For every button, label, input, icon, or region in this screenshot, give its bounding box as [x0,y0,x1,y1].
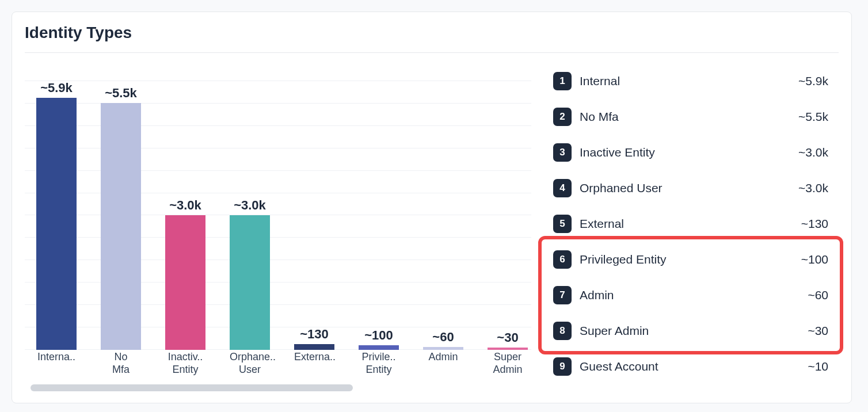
list-item-value: ~5.9k [798,74,828,88]
rank-badge: 6 [553,250,572,269]
x-label: Orphane.. User [230,351,270,376]
list-item-value: ~60 [808,288,828,302]
rank-badge: 7 [553,286,572,304]
list-item-no-mfa[interactable]: 2No Mfa~5.5k [543,99,839,135]
chart-area: ~5.9k~5.5k~3.0k~3.0k~130~100~60~30 Inter… [25,63,531,391]
bar-value-label: ~5.9k [40,81,73,96]
bar-value-label: ~3.0k [234,198,266,213]
bar-value-label: ~100 [364,328,393,343]
bar-chart: ~5.9k~5.5k~3.0k~3.0k~130~100~60~30 [25,63,531,350]
list-item-label: Guest Account [580,360,800,373]
x-label: Super Admin [488,351,528,376]
list-item-privileged-entity[interactable]: 6Privileged Entity~100 [543,242,839,277]
list-item-label: Admin [580,288,800,302]
identity-list-scroll[interactable]: 1Internal~5.9k2No Mfa~5.5k3Inactive Enti… [543,63,839,391]
rank-badge: 1 [553,72,572,90]
bar-value-label: ~5.5k [105,86,137,101]
bar-inactive-entity[interactable]: ~3.0k [165,81,205,350]
bar-value-label: ~130 [300,327,329,342]
x-label: Externa.. [294,351,334,376]
bar-no-mfa[interactable]: ~5.5k [101,81,141,350]
bar-internal[interactable]: ~5.9k [36,81,77,350]
x-label: Privile.. Entity [359,351,399,376]
list-item-guest-account[interactable]: 9Guest Account~10 [543,349,839,384]
list-item-internal[interactable]: 1Internal~5.9k [543,63,839,99]
list-item-label: Inactive Entity [580,146,790,159]
x-label: Inactiv.. Entity [165,351,205,376]
bar-rect [294,344,334,350]
list-item-label: Internal [580,74,790,88]
list-item-value: ~5.5k [798,110,828,124]
list-item-inactive-entity[interactable]: 3Inactive Entity~3.0k [543,135,839,170]
rank-badge: 8 [553,322,572,340]
identity-types-card: Identity Types ~5.9k~5.5k~3.0k~3.0k~130~… [12,12,852,403]
bar-value-label: ~3.0k [169,198,201,213]
rank-badge: 9 [553,357,572,376]
bars-container: ~5.9k~5.5k~3.0k~3.0k~130~100~60~30 [36,81,531,350]
list-item-value: ~30 [808,324,828,338]
rank-badge: 4 [553,179,572,197]
x-axis-labels: Interna..No MfaInactiv.. EntityOrphane..… [36,351,531,376]
bar-rect [165,215,205,350]
list-item-value: ~100 [801,253,828,266]
list-item-label: Orphaned User [580,181,790,195]
bar-rect [359,345,399,350]
bar-value-label: ~30 [497,330,518,345]
rank-badge: 5 [553,215,572,233]
x-label: Admin [423,351,463,376]
bar-privileged-entity[interactable]: ~100 [359,81,399,350]
list-item-external[interactable]: 5External~130 [543,206,839,242]
bar-orphaned-user[interactable]: ~3.0k [230,81,270,350]
bar-admin[interactable]: ~60 [423,81,463,350]
list-item-label: External [580,217,793,231]
list-item-label: No Mfa [580,110,790,124]
bar-rect [230,215,270,350]
rank-badge: 2 [553,108,572,126]
list-item-value: ~130 [801,217,828,231]
bar-rect [488,348,528,350]
bar-super-admin[interactable]: ~30 [488,81,528,350]
bar-external[interactable]: ~130 [294,81,334,350]
card-title: Identity Types [25,24,839,53]
content-row: ~5.9k~5.5k~3.0k~3.0k~130~100~60~30 Inter… [25,63,839,391]
list-item-value: ~3.0k [798,146,828,159]
list-item-value: ~3.0k [798,181,828,195]
bar-rect [101,103,141,350]
identity-list-panel: 1Internal~5.9k2No Mfa~5.5k3Inactive Enti… [543,63,839,391]
list-item-orphaned-user[interactable]: 4Orphaned User~3.0k [543,170,839,206]
list-item-admin[interactable]: 7Admin~60 [543,277,839,313]
rank-badge: 3 [553,143,572,162]
bar-rect [423,347,463,350]
list-item-label: Super Admin [580,324,800,338]
bar-value-label: ~60 [432,330,454,345]
bar-rect [36,98,77,350]
x-label: Interna.. [36,351,77,376]
list-item-label: Privileged Entity [580,253,793,266]
x-label: No Mfa [101,351,141,376]
horizontal-scrollbar-thumb[interactable] [31,384,353,391]
list-item-super-admin[interactable]: 8Super Admin~30 [543,313,839,349]
list-item-value: ~10 [808,360,828,373]
